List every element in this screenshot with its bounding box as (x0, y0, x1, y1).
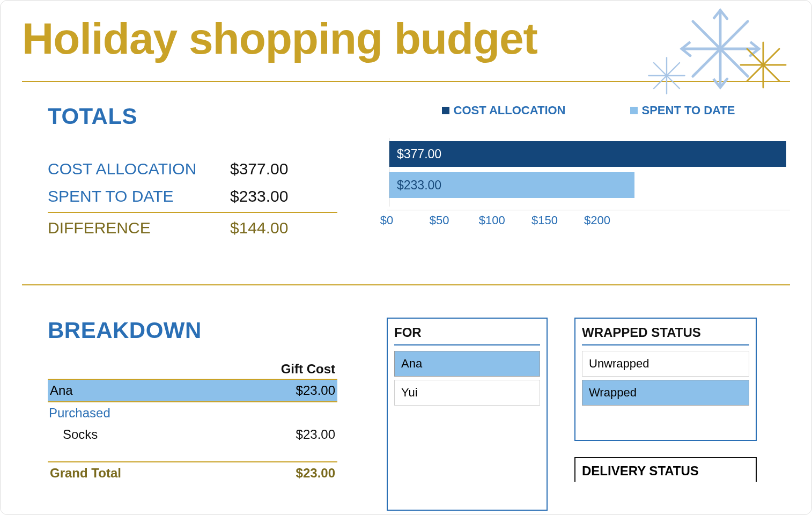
header: Holiday shopping budget (22, 1, 790, 82)
breakdown-grand-total-row: Grand Total $23.00 (48, 461, 337, 484)
totals-table: TOTALS COST ALLOCATION $377.00 SPENT TO … (22, 104, 365, 241)
snowflake-icon (645, 54, 688, 97)
status-label: Purchased (49, 406, 249, 421)
breakdown-person-row[interactable]: Ana $23.00 (48, 379, 337, 402)
axis-tick: $0 (380, 214, 393, 227)
snowflake-icon (736, 38, 790, 92)
breakdown-section: BREAKDOWN Gift Cost Ana $23.00 Purchased… (22, 318, 365, 511)
breakdown-table: Gift Cost Ana $23.00 Purchased Socks $23… (48, 362, 337, 484)
totals-spent-to-date: SPENT TO DATE $233.00 (48, 182, 365, 210)
breakdown-item-row: Socks $23.00 (48, 424, 337, 445)
totals-cost-allocation: COST ALLOCATION $377.00 (48, 155, 365, 182)
axis-tick: $150 (532, 214, 558, 227)
slicer-title: WRAPPED STATUS (582, 325, 749, 345)
slicer-title: DELIVERY STATUS (582, 464, 699, 478)
bar-label: $233.00 (397, 178, 441, 193)
slicer-right-stack: WRAPPED STATUS Unwrapped Wrapped DELIVER… (574, 318, 757, 511)
totals-difference: DIFFERENCE $144.00 (48, 214, 365, 241)
swatch-icon (442, 107, 449, 114)
slicer-item-label: Unwrapped (589, 357, 649, 370)
slicers: FOR Ana Yui WRAPPED STATUS Unwrapped Wra… (387, 318, 790, 511)
slicer-item-label: Yui (401, 386, 418, 399)
breakdown-status-row: Purchased (48, 402, 337, 424)
legend-cost-allocation: COST ALLOCATION (442, 104, 566, 117)
totals-heading: TOTALS (48, 104, 365, 129)
chart-bar-spent-to-date: $233.00 (389, 172, 634, 198)
slicer-item-ana[interactable]: Ana (394, 351, 540, 377)
slicer-item-yui[interactable]: Yui (394, 380, 540, 406)
breakdown-heading: BREAKDOWN (48, 318, 365, 343)
totals-chart: COST ALLOCATION SPENT TO DATE $377.00 $2… (365, 104, 790, 241)
slicer-item-unwrapped[interactable]: Unwrapped (582, 351, 749, 377)
slicer-title: FOR (394, 325, 540, 345)
value: $233.00 (230, 182, 288, 210)
swatch-icon (630, 107, 638, 114)
slicer-item-label: Ana (401, 357, 422, 370)
chart-legend: COST ALLOCATION SPENT TO DATE (387, 104, 790, 117)
chart-x-axis: $0$50$100$150$200 (387, 210, 790, 226)
col-gift-cost: Gift Cost (252, 362, 337, 377)
label: COST ALLOCATION (48, 155, 230, 182)
label: SPENT TO DATE (48, 182, 230, 210)
breakdown-header-row: Gift Cost (48, 362, 337, 379)
totals-section: TOTALS COST ALLOCATION $377.00 SPENT TO … (22, 104, 790, 285)
axis-tick: $50 (430, 214, 449, 227)
person-name: Ana (50, 383, 249, 398)
chart-bar-cost-allocation: $377.00 (389, 141, 786, 167)
bar-label: $377.00 (397, 147, 441, 161)
axis-tick: $100 (479, 214, 505, 227)
snowflake-decor (645, 6, 795, 92)
value: $377.00 (230, 155, 288, 182)
item-name: Socks (63, 427, 249, 442)
grand-total-value: $23.00 (249, 466, 335, 481)
person-total: $23.00 (249, 383, 335, 398)
legend-label: SPENT TO DATE (642, 104, 735, 117)
legend-label: COST ALLOCATION (454, 104, 566, 117)
lower-section: BREAKDOWN Gift Cost Ana $23.00 Purchased… (22, 318, 790, 511)
axis-tick: $200 (584, 214, 610, 227)
slicer-delivery-status[interactable]: DELIVERY STATUS (574, 457, 757, 482)
label: DIFFERENCE (48, 214, 230, 241)
value: $144.00 (230, 214, 288, 241)
legend-spent-to-date: SPENT TO DATE (630, 104, 735, 117)
slicer-for[interactable]: FOR Ana Yui (387, 318, 548, 511)
item-cost: $23.00 (249, 427, 335, 442)
chart-plot-area: $377.00 $233.00 (389, 138, 790, 207)
page: Holiday shopping budget (0, 0, 812, 515)
divider (48, 212, 337, 213)
slicer-item-wrapped[interactable]: Wrapped (582, 380, 749, 406)
slicer-wrapped-status[interactable]: WRAPPED STATUS Unwrapped Wrapped (574, 318, 757, 441)
grand-total-label: Grand Total (50, 466, 249, 481)
slicer-item-label: Wrapped (589, 386, 637, 399)
